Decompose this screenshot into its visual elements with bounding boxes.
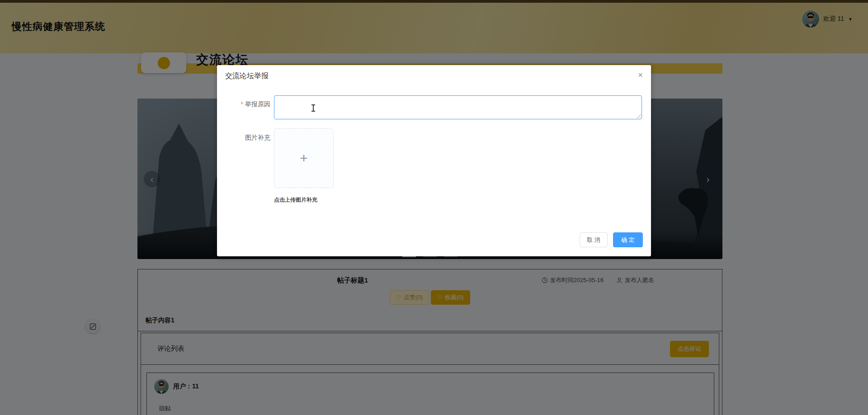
text-cursor	[313, 105, 314, 111]
page: 慢性病健康管理系统 欢迎 11 ▼ 交流论坛	[0, 0, 868, 415]
upload-tip: 点击上传图片补充	[274, 196, 317, 204]
image-upload-box[interactable]: +	[274, 128, 334, 188]
confirm-button[interactable]: 确 定	[613, 232, 643, 247]
report-dialog: 交流论坛举报 × *举报原因 图片补充 + 点击上传图片补充 取 消 确 定	[217, 65, 651, 256]
dialog-title: 交流论坛举报	[225, 71, 269, 81]
plus-icon: +	[300, 151, 308, 165]
reason-label: *举报原因	[217, 100, 270, 108]
cancel-button[interactable]: 取 消	[580, 232, 608, 247]
required-mark: *	[241, 100, 243, 108]
close-icon[interactable]: ×	[638, 71, 643, 79]
image-label: 图片补充	[217, 134, 270, 142]
report-reason-textarea[interactable]	[274, 95, 642, 119]
